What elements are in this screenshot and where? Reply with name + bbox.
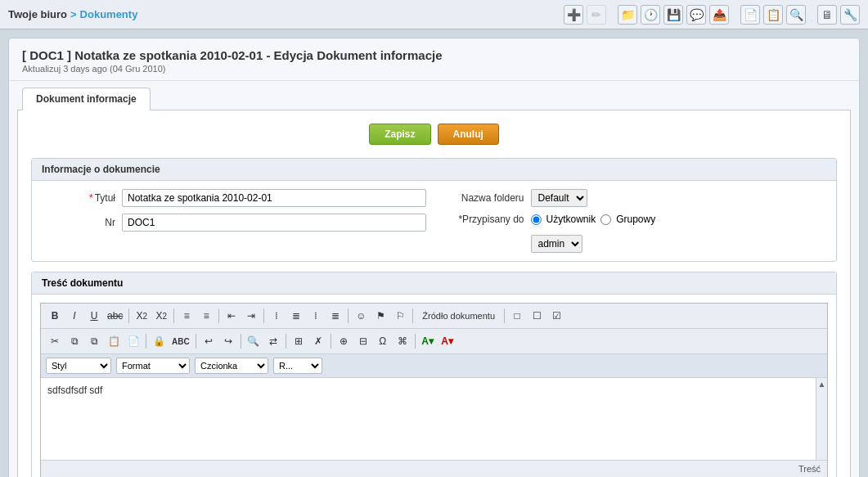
size-dropdown[interactable]: R... bbox=[273, 358, 322, 374]
editor-main: sdfsdfsdf sdf bbox=[41, 378, 816, 460]
align-right-button[interactable]: ⁞ bbox=[307, 307, 325, 325]
toolbar-sep-2 bbox=[173, 308, 174, 323]
source-button[interactable]: Źródło dokumentu bbox=[416, 307, 501, 325]
toolbar-sep-6 bbox=[412, 308, 413, 323]
align-left-button[interactable]: ⁞ bbox=[268, 307, 286, 325]
find-button[interactable]: 🔍 bbox=[245, 332, 263, 350]
tab-document-info[interactable]: Dokument informacje bbox=[22, 88, 151, 110]
paste-button[interactable]: 📋 bbox=[105, 332, 123, 350]
indent-button[interactable]: ⇥ bbox=[242, 307, 260, 325]
save-disk-button[interactable]: 💾 bbox=[663, 5, 683, 25]
omega-button[interactable]: Ω bbox=[374, 332, 392, 350]
subscript-button[interactable]: X2 bbox=[133, 307, 151, 325]
toolbar-sep-4 bbox=[263, 308, 264, 323]
breadcrumb-home[interactable]: Twoje biuro bbox=[8, 8, 67, 20]
editor-toolbar-row2: ✂ ⧉ ⧉ 📋 📄 🔒 ABC ↩ ↪ 🔍 ⇄ bbox=[41, 329, 827, 354]
top-nav-bar: Twoje biuro > Dokumenty ➕ ✏ 📁 🕐 💾 💬 📤 📄 … bbox=[0, 0, 868, 29]
main-content: [ DOC1 ] Notatka ze spotkania 2010-02-01… bbox=[8, 38, 860, 477]
save-button[interactable]: Zapisz bbox=[369, 124, 430, 145]
superscript-button[interactable]: X2 bbox=[152, 307, 170, 325]
flag-button[interactable]: ⚑ bbox=[371, 307, 389, 325]
bold-button[interactable]: B bbox=[46, 307, 64, 325]
clear-button[interactable]: ✗ bbox=[309, 332, 327, 350]
title-row: Tytuł bbox=[42, 189, 426, 207]
box2-button[interactable]: ☐ bbox=[528, 307, 546, 325]
bg-color-button[interactable]: A▾ bbox=[438, 332, 456, 350]
form-grid: Tytuł Nr Nazwa folderu Def bbox=[42, 189, 826, 253]
upload-button[interactable]: 📤 bbox=[709, 5, 729, 25]
breadcrumb-current[interactable]: Dokumenty bbox=[80, 8, 138, 20]
undo-button[interactable]: ↩ bbox=[200, 332, 218, 350]
tab-content: Zapisz Anuluj Informacje o dokumencie Ty… bbox=[17, 110, 851, 477]
unordered-list-button[interactable]: ≡ bbox=[197, 307, 215, 325]
table-button[interactable]: ⊞ bbox=[290, 332, 308, 350]
top-toolbar: ➕ ✏ 📁 🕐 💾 💬 📤 📄 📋 🔍 🖥 🔧 bbox=[564, 5, 860, 25]
folder-label: Nazwa folderu bbox=[451, 192, 524, 204]
flag2-button[interactable]: ⚐ bbox=[391, 307, 409, 325]
radio-user-label: Użytkownik bbox=[546, 214, 596, 225]
align-justify-button[interactable]: ≣ bbox=[326, 307, 344, 325]
grid-button[interactable]: ⊟ bbox=[354, 332, 372, 350]
symbol-button[interactable]: ⌘ bbox=[394, 332, 412, 350]
nr-row: Nr bbox=[42, 214, 426, 232]
left-column: Tytuł Nr bbox=[42, 189, 426, 253]
folder-button[interactable]: 📁 bbox=[618, 5, 637, 25]
assigned-row: *Przypisany do Użytkownik Grupowy bbox=[451, 214, 827, 253]
monitor-button[interactable]: 🖥 bbox=[817, 5, 837, 25]
title-label: Tytuł bbox=[42, 192, 115, 204]
toolbar-sep-9 bbox=[196, 334, 196, 349]
box3-button[interactable]: ☑ bbox=[547, 307, 565, 325]
align-center-button[interactable]: ≣ bbox=[287, 307, 305, 325]
font-dropdown[interactable]: Czcionka bbox=[195, 358, 268, 374]
clock-button[interactable]: 🕐 bbox=[641, 5, 660, 25]
folder-select[interactable]: Default bbox=[531, 189, 587, 207]
tools-button[interactable]: 🔧 bbox=[840, 5, 860, 25]
underline-button[interactable]: U bbox=[85, 307, 103, 325]
radio-user[interactable] bbox=[531, 214, 542, 225]
cut-button[interactable]: ✂ bbox=[46, 332, 64, 350]
copy2-button[interactable]: ⧉ bbox=[85, 332, 103, 350]
add-button[interactable]: ➕ bbox=[564, 5, 583, 25]
insert-button[interactable]: ⊕ bbox=[335, 332, 353, 350]
paste2-button[interactable]: 📄 bbox=[124, 332, 142, 350]
editor-footer-label: Treść bbox=[798, 464, 821, 474]
toolbar-sep-1 bbox=[128, 308, 129, 323]
box1-button[interactable]: □ bbox=[508, 307, 526, 325]
toolbar-sep-13 bbox=[415, 334, 416, 349]
smiley-button[interactable]: ☺ bbox=[352, 307, 370, 325]
document-header: [ DOC1 ] Notatka ze spotkania 2010-02-01… bbox=[9, 38, 859, 81]
style-dropdown[interactable]: Styl bbox=[46, 358, 111, 374]
format-dropdown[interactable]: Format bbox=[116, 358, 190, 374]
editor-content[interactable]: sdfsdfsdf sdf bbox=[41, 378, 816, 460]
italic-button[interactable]: I bbox=[65, 307, 83, 325]
document-subtitle: Aktualizuj 3 days ago (04 Gru 2010) bbox=[22, 64, 846, 74]
breadcrumb: Twoje biuro > Dokumenty bbox=[8, 8, 557, 20]
toolbar-sep-10 bbox=[241, 334, 241, 349]
nr-input[interactable] bbox=[122, 214, 426, 232]
spell-button[interactable]: ABC bbox=[169, 332, 192, 350]
ordered-list-button[interactable]: ≡ bbox=[178, 307, 196, 325]
radio-group-opt[interactable] bbox=[600, 214, 611, 225]
lock-button[interactable]: 🔒 bbox=[150, 332, 168, 350]
scrollbar[interactable]: ▲ bbox=[816, 378, 827, 460]
font-color-button[interactable]: A▾ bbox=[419, 332, 437, 350]
strikethrough-button[interactable]: abc bbox=[105, 307, 125, 325]
edit-button[interactable]: ✏ bbox=[587, 5, 606, 25]
editor-body: sdfsdfsdf sdf ▲ bbox=[41, 378, 827, 460]
chat-button[interactable]: 💬 bbox=[686, 5, 706, 25]
export-button[interactable]: 📋 bbox=[763, 5, 783, 25]
outdent-button[interactable]: ⇤ bbox=[223, 307, 241, 325]
breadcrumb-separator: > bbox=[70, 8, 77, 20]
user-select[interactable]: admin bbox=[531, 235, 582, 253]
copy-button[interactable]: ⧉ bbox=[65, 332, 83, 350]
zoom-button[interactable]: 🔍 bbox=[786, 5, 806, 25]
right-column: Nazwa folderu Default *Przypisany do Uży… bbox=[443, 189, 827, 253]
replace-button[interactable]: ⇄ bbox=[264, 332, 282, 350]
info-section-body: Tytuł Nr Nazwa folderu Def bbox=[32, 181, 836, 261]
redo-button[interactable]: ↪ bbox=[219, 332, 237, 350]
cancel-button[interactable]: Anuluj bbox=[438, 124, 499, 145]
title-input[interactable] bbox=[122, 189, 426, 207]
toolbar-sep-5 bbox=[348, 308, 349, 323]
editor-toolbar-row1: B I U abc X2 X2 ≡ ≡ ⇤ ⇥ ⁞ bbox=[41, 304, 827, 329]
new-doc-button[interactable]: 📄 bbox=[740, 5, 760, 25]
